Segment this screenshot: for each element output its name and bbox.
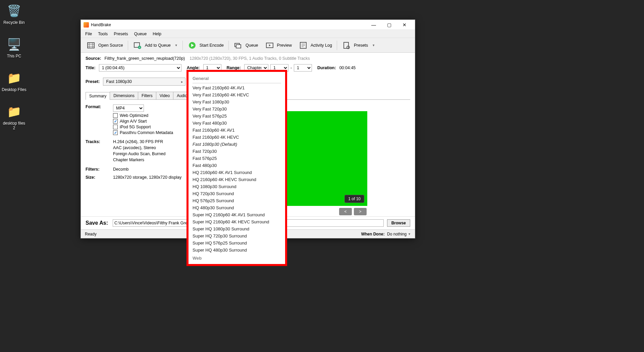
tab-dimensions[interactable]: Dimensions: [110, 92, 138, 99]
filters-label: Filters:: [86, 167, 113, 172]
checkbox-passthru-common-metadata[interactable]: ✓Passthru Common Metadata: [113, 130, 193, 135]
svg-rect-0: [88, 43, 94, 48]
save-as-label: Save As:: [86, 220, 108, 226]
add-image-icon: +: [133, 41, 142, 49]
preset-item[interactable]: Fast 2160p60 4K AV1: [193, 127, 281, 134]
preset-group-web: Web: [193, 254, 281, 261]
svg-marker-13: [269, 44, 271, 46]
checkbox-icon: [113, 125, 118, 129]
preset-item[interactable]: Fast 480p30: [193, 162, 281, 169]
preset-item[interactable]: Super HQ 576p25 Surround: [193, 239, 281, 247]
preset-item[interactable]: HQ 2160p60 4K AV1 Surround: [193, 169, 281, 176]
dropdown-arrow-icon[interactable]: ▼: [175, 44, 178, 47]
preset-picker[interactable]: Fast 1080p30: [103, 78, 185, 86]
desktop-icon-desktop-files[interactable]: 📁Desktop FIles: [1, 70, 27, 92]
log-icon: [299, 41, 308, 49]
window-title: HandBrake: [91, 23, 111, 27]
when-done-value[interactable]: Do nothing: [387, 232, 407, 236]
svg-rect-11: [236, 45, 241, 48]
preset-item[interactable]: Very Fast 1080p30: [193, 98, 281, 105]
title-label: Title:: [86, 65, 96, 70]
checkbox-icon: ✓: [113, 119, 118, 124]
format-label: Format:: [86, 104, 113, 136]
title-select[interactable]: 1 (00:04:45): [99, 64, 181, 72]
preset-item[interactable]: Super HQ 720p30 Surround: [193, 232, 281, 239]
when-done-label: When Done:: [361, 232, 385, 236]
filters-value: Decomb: [113, 167, 193, 172]
size-value: 1280x720 storage, 1280x720 display: [113, 175, 193, 180]
checkbox-icon: ✓: [113, 130, 118, 135]
preset-item[interactable]: Very Fast 480p30: [193, 120, 281, 127]
desktop-icon-this-pc[interactable]: 🖥️This PC: [1, 36, 27, 58]
film-icon: [86, 41, 96, 49]
presets-button[interactable]: Presets ▼: [338, 40, 378, 51]
checkbox-ipod-5g-support[interactable]: iPod 5G Support: [113, 125, 193, 129]
toolbar: Open Source + Add to Queue ▼ Start Encod…: [81, 38, 415, 53]
tab-summary[interactable]: Summary: [86, 92, 110, 100]
close-button[interactable]: ✕: [397, 20, 412, 30]
folder-icon: 🖥️: [6, 36, 22, 52]
preset-dropdown-popup: General Very Fast 2160p60 4K AV1Very Fas…: [186, 70, 287, 266]
preset-item[interactable]: Fast 576p25: [193, 155, 281, 162]
preview-icon: [265, 41, 274, 49]
handbrake-icon: [84, 22, 89, 28]
range-label: Range:: [227, 65, 241, 70]
titlebar[interactable]: HandBrake — ▢ ✕: [81, 20, 415, 30]
preset-item[interactable]: Super HQ 1080p30 Surround: [193, 225, 281, 232]
presets-icon: [342, 41, 351, 49]
preset-item[interactable]: Very Fast 576p25: [193, 113, 281, 120]
chevron-down-icon[interactable]: ▼: [408, 232, 411, 236]
menu-tools[interactable]: Tools: [95, 31, 111, 37]
open-source-button[interactable]: Open Source: [83, 40, 126, 51]
menu-queue[interactable]: Queue: [131, 31, 150, 37]
preset-item[interactable]: Super HQ 480p30 Surround: [193, 247, 281, 254]
size-label: Size:: [86, 175, 113, 180]
tracks-label: Tracks:: [86, 139, 113, 164]
start-encode-button[interactable]: Start Encode: [184, 40, 227, 51]
preview-prev-button[interactable]: <: [339, 208, 352, 215]
preset-item[interactable]: HQ 720p30 Surround: [193, 190, 281, 197]
preset-item[interactable]: HQ 2160p60 4K HEVC Surround: [193, 176, 281, 183]
preset-item[interactable]: Very Fast 2160p60 4K HEVC: [193, 91, 281, 98]
preset-item[interactable]: Super HQ 2160p60 4K AV1 Surround: [193, 211, 281, 218]
preset-item[interactable]: Very Fast 2160p60 4K AV1: [193, 84, 281, 91]
tab-video[interactable]: Video: [156, 92, 173, 99]
desktop-icon-desktop-files-2[interactable]: 📁desktop files 2: [1, 103, 27, 130]
range-to-select[interactable]: 1: [294, 64, 312, 72]
svg-text:+: +: [139, 46, 140, 49]
dropdown-arrow-icon[interactable]: ▼: [372, 44, 375, 47]
desktop-icon-recycle-bin[interactable]: 🗑️Recycle Bin: [1, 3, 27, 25]
preset-item[interactable]: Fast 1080p30 (Default): [193, 141, 281, 148]
duration-label: Duration:: [317, 65, 336, 70]
preset-label: Preset:: [86, 79, 100, 84]
minimize-button[interactable]: —: [366, 20, 381, 30]
preset-item[interactable]: Super HQ 2160p60 4K HEVC Surround: [193, 218, 281, 225]
checkbox-icon: [113, 113, 118, 118]
add-queue-button[interactable]: + Add to Queue ▼: [129, 40, 181, 51]
duration-value: 00:04:45: [339, 65, 356, 70]
preset-item[interactable]: Fast 720p30: [193, 148, 281, 155]
menu-help[interactable]: Help: [150, 31, 164, 37]
maximize-button[interactable]: ▢: [381, 20, 397, 30]
queue-icon: [233, 41, 243, 49]
preset-item[interactable]: HQ 480p30 Surround: [193, 204, 281, 211]
preset-item[interactable]: HQ 1080p30 Surround: [193, 183, 281, 190]
checkbox-web-optimized[interactable]: Web Optimized: [113, 113, 193, 118]
queue-button[interactable]: Queue: [230, 40, 262, 51]
browse-button[interactable]: Browse: [387, 219, 410, 227]
play-icon: [187, 41, 197, 49]
activity-log-button[interactable]: Activity Log: [295, 40, 335, 51]
checkbox-align-a-v-start[interactable]: ✓Align A/V Start: [113, 119, 193, 124]
format-select[interactable]: MP4: [113, 104, 144, 112]
preset-item[interactable]: Very Fast 720p30: [193, 105, 281, 113]
svg-rect-18: [344, 42, 348, 48]
menu-presets[interactable]: Presets: [111, 31, 131, 37]
menu-file[interactable]: File: [82, 31, 95, 37]
preview-next-button[interactable]: >: [354, 208, 367, 215]
tracks-value: H.264 (x264), 30 FPS PFRAAC (avcodec), S…: [113, 139, 193, 164]
tab-filters[interactable]: Filters: [138, 92, 156, 99]
preset-item[interactable]: HQ 576p25 Surround: [193, 197, 281, 204]
preview-button[interactable]: Preview: [262, 40, 295, 51]
folder-icon: 🗑️: [6, 3, 22, 19]
preset-item[interactable]: Fast 2160p60 4K HEVC: [193, 134, 281, 141]
